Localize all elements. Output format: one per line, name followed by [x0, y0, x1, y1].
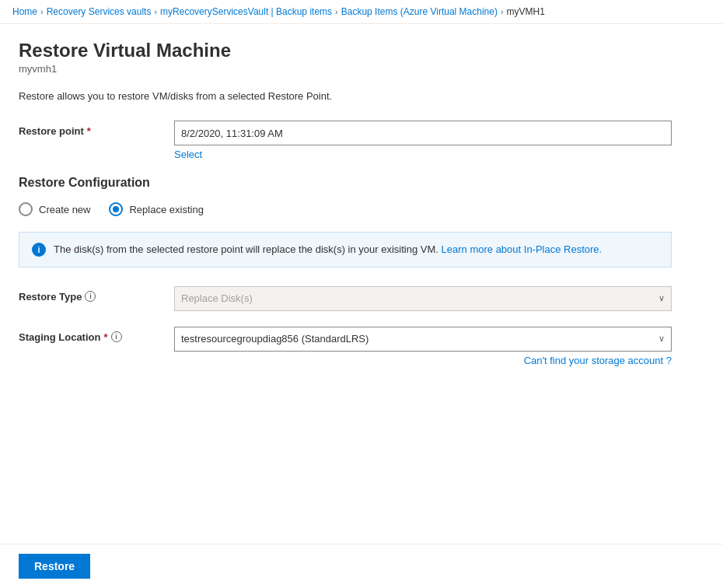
restore-type-chevron: ∨: [658, 293, 665, 303]
radio-replace-existing-label: Replace existing: [129, 204, 203, 215]
cant-find-storage-link[interactable]: Can't find your storage account ?: [174, 355, 672, 366]
restore-point-row: Restore point * Select: [19, 121, 672, 160]
restore-point-field: Select: [174, 121, 672, 160]
learn-more-link[interactable]: Learn more about In-Place Restore.: [442, 243, 602, 255]
breadcrumb-vault-backup[interactable]: myRecoveryServicesVault | Backup items: [160, 6, 332, 17]
restore-type-label: Restore Type i: [19, 286, 174, 303]
restore-mode-radio-group: Create new Replace existing: [19, 202, 672, 216]
restore-form: Restore point * Select Restore Configura…: [19, 121, 672, 366]
select-link[interactable]: Select: [174, 149, 202, 160]
radio-create-new[interactable]: Create new: [19, 202, 90, 216]
breadcrumb-home[interactable]: Home: [12, 6, 37, 17]
breadcrumb-sep-4: ›: [501, 7, 504, 16]
page-title: Restore Virtual Machine: [19, 40, 704, 61]
restore-button[interactable]: Restore: [19, 554, 90, 579]
staging-location-required: *: [103, 331, 107, 343]
restore-point-label: Restore point *: [19, 121, 174, 137]
breadcrumb: Home › Recovery Services vaults › myReco…: [0, 0, 723, 24]
breadcrumb-current: myVMH1: [507, 6, 545, 17]
breadcrumb-sep-2: ›: [154, 7, 157, 16]
info-banner: i The disk(s) from the selected restore …: [19, 232, 672, 268]
restore-type-row: Restore Type i Replace Disk(s) ∨: [19, 286, 672, 311]
radio-replace-existing-dot: [113, 206, 119, 212]
restore-point-required: *: [87, 125, 91, 137]
staging-location-field: testresourcegroupdiag856 (StandardLRS) ∨…: [174, 327, 672, 366]
breadcrumb-sep-3: ›: [335, 7, 338, 16]
footer-bar: Restore: [0, 544, 723, 588]
radio-replace-existing[interactable]: Replace existing: [109, 202, 203, 216]
breadcrumb-sep-1: ›: [40, 7, 44, 16]
staging-location-dropdown[interactable]: testresourcegroupdiag856 (StandardLRS) ∨: [174, 327, 672, 352]
staging-location-chevron: ∨: [658, 334, 665, 344]
staging-location-row: Staging Location * i testresourcegroupdi…: [19, 327, 672, 366]
restore-point-input[interactable]: [174, 121, 672, 145]
restore-type-dropdown: Replace Disk(s) ∨: [174, 286, 672, 311]
restore-type-field: Replace Disk(s) ∨: [174, 286, 672, 311]
radio-replace-existing-circle: [109, 202, 123, 216]
staging-location-info-icon[interactable]: i: [111, 331, 122, 342]
radio-create-new-label: Create new: [39, 204, 90, 215]
restore-config-title: Restore Configuration: [19, 176, 672, 190]
restore-type-info-icon[interactable]: i: [85, 291, 96, 302]
info-banner-icon: i: [32, 243, 46, 257]
staging-location-label: Staging Location * i: [19, 327, 174, 343]
radio-create-new-circle: [19, 202, 33, 216]
info-banner-text: The disk(s) from the selected restore po…: [54, 242, 602, 257]
breadcrumb-backup-items-avm[interactable]: Backup Items (Azure Virtual Machine): [341, 6, 498, 17]
page-subtitle: myvmh1: [19, 63, 704, 75]
breadcrumb-recovery-vaults[interactable]: Recovery Services vaults: [47, 6, 152, 17]
page-description: Restore allows you to restore VM/disks f…: [19, 90, 704, 102]
